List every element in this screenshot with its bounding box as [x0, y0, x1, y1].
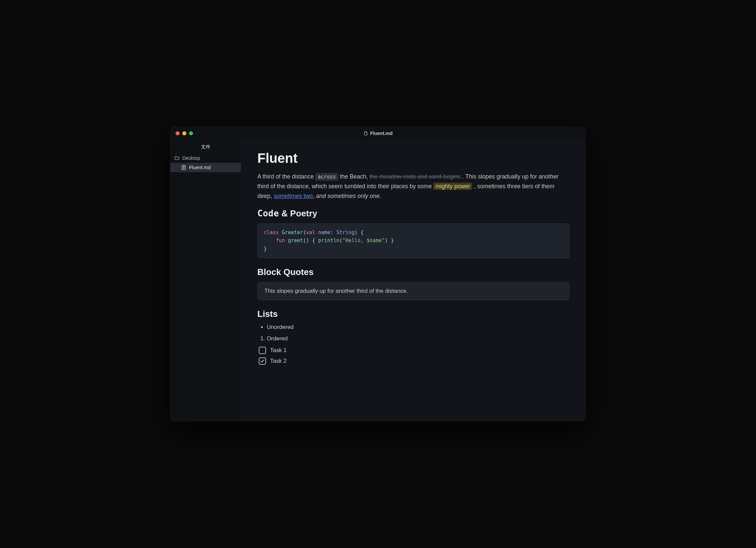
text-text: the Beach,: [338, 173, 369, 180]
sidebar-header: 文件: [170, 141, 241, 153]
code-token: "Hello, $name": [342, 237, 385, 244]
code-token: () {: [303, 237, 318, 244]
code-token: ) }: [385, 237, 394, 244]
folder-icon: [174, 155, 180, 161]
code-token: [264, 237, 276, 244]
text-strike: the meadow ends and sand begins: [370, 173, 460, 180]
app-window: Fluent.md 文件 Desktop Fluent.md: [170, 127, 586, 421]
window-minimize-button[interactable]: [182, 131, 186, 135]
text-italic: and sometimes only one.: [316, 193, 381, 199]
code-token: [285, 237, 288, 244]
code-token: [279, 229, 282, 235]
sidebar-item-label: Fluent.md: [189, 165, 210, 170]
code-token: String: [336, 229, 355, 235]
heading-lists: Lists: [257, 309, 570, 319]
ordered-list: Ordered: [257, 335, 570, 342]
window-maximize-button[interactable]: [189, 131, 193, 135]
code-token: }: [264, 246, 267, 252]
list-item: Unordered: [267, 324, 570, 331]
sidebar-item-desktop[interactable]: Desktop: [170, 153, 241, 163]
code-token: (: [339, 237, 342, 244]
window-title-text: Fluent.md: [370, 131, 393, 136]
sidebar: 文件 Desktop Fluent.md: [170, 140, 241, 421]
heading-block-quotes: Block Quotes: [257, 267, 570, 277]
code-token: greet: [288, 237, 303, 244]
sidebar-item-fluent[interactable]: Fluent.md: [170, 163, 241, 172]
document-icon: [181, 165, 186, 170]
checkbox-checked[interactable]: [259, 357, 266, 365]
code-token: [315, 229, 318, 235]
code-token: class: [264, 229, 279, 235]
text-text: A third of the distance: [257, 173, 315, 180]
code-token: ) {: [355, 229, 364, 235]
sidebar-item-label: Desktop: [182, 155, 200, 161]
text-code: across: [315, 173, 338, 181]
check-icon: [260, 359, 265, 363]
code-block: class Greeter(val name: String) { fun gr…: [257, 223, 570, 258]
code-token: fun: [276, 237, 285, 244]
code-token: println: [318, 237, 339, 244]
task-label: Task 1: [270, 347, 287, 354]
task-item: Task 1: [259, 347, 570, 354]
intro-paragraph: A third of the distance across the Beach…: [257, 172, 570, 201]
task-list: Task 1 Task 2: [257, 347, 570, 365]
editor-content[interactable]: Fluent A third of the distance across th…: [241, 140, 586, 421]
checkbox-unchecked[interactable]: [259, 347, 266, 354]
window-title: Fluent.md: [364, 131, 393, 136]
window-close-button[interactable]: [176, 131, 180, 135]
traffic-lights: [170, 131, 193, 135]
text-highlight: mighty power: [433, 183, 472, 190]
code-token: Greeter: [282, 229, 303, 235]
blockquote: This slopes gradually up for another thi…: [257, 282, 570, 300]
body: 文件 Desktop Fluent.md Fluent A third of: [170, 140, 586, 421]
code-token: val: [306, 229, 315, 235]
unordered-list: Unordered: [257, 324, 570, 331]
page-title: Fluent: [257, 151, 570, 166]
code-token: name: [318, 229, 330, 235]
heading-part: Code: [257, 208, 279, 218]
titlebar: Fluent.md: [170, 127, 586, 140]
text-text: ,: [313, 193, 316, 199]
task-item: Task 2: [259, 357, 570, 365]
document-icon: [364, 131, 368, 136]
heading-part: & Poetry: [279, 208, 317, 218]
heading-code-poetry: Code & Poetry: [257, 208, 570, 219]
list-item: Ordered: [267, 335, 570, 342]
text-link[interactable]: sometimes two: [274, 193, 313, 199]
task-label: Task 2: [270, 358, 287, 364]
code-token: :: [330, 229, 336, 235]
